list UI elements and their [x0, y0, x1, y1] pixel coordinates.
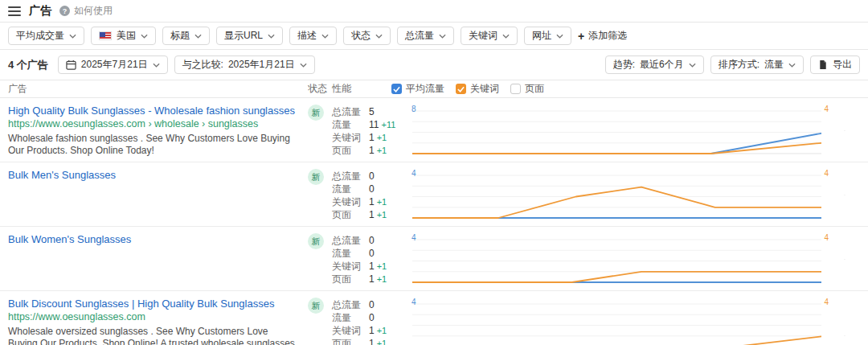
table-row: Bulk Women's Sunglasses 新 总流量0 流量0 关键词1+… — [0, 227, 868, 291]
export-file-icon — [818, 60, 828, 70]
series-legend: 平均流量 关键词 页面 — [391, 82, 544, 96]
ad-cell: Bulk Men's Sunglasses — [8, 169, 308, 221]
toolbar: 4 个广告 2025年7月21日 与之比较: 2025年1月21日 趋势: 最近… — [0, 50, 868, 80]
filter-status[interactable]: 状态 — [343, 27, 391, 45]
compare-date-picker[interactable]: 与之比较: 2025年1月21日 — [174, 55, 315, 74]
trend-chart: 4 4 — [412, 233, 821, 285]
help-icon: ? — [59, 6, 70, 16]
calendar-icon — [66, 60, 76, 70]
sort-select[interactable]: 排序方式: 流量 — [710, 55, 804, 74]
ad-description: Wholesale oversized sunglasses . See Why… — [8, 326, 297, 345]
ads-count: 4 个广告 — [8, 58, 48, 72]
how-to-use-link[interactable]: ? 如何使用 — [59, 4, 113, 18]
legend-pages-checkbox[interactable]: 页面 — [510, 82, 544, 96]
legend-avg-traffic-checkbox[interactable]: 平均流量 — [391, 82, 444, 96]
chevron-down-icon — [194, 34, 202, 39]
status-badge: 新 — [308, 298, 324, 314]
ad-cell: Bulk Discount Sunglasses | High Quality … — [8, 298, 308, 345]
chevron-down-icon — [321, 34, 329, 39]
filter-bar: 平均成交量 美国 标题 显示URL 描述 状态 总流量 关键词 网址 + 添加筛… — [0, 22, 868, 50]
chevron-down-icon — [375, 34, 383, 39]
metrics-cell: 总流量0 流量0 关键词1+1 页面1+1 — [332, 233, 412, 285]
ad-cell: Bulk Women's Sunglasses — [8, 233, 308, 285]
top-bar: 广告 ? 如何使用 — [0, 0, 868, 22]
chevron-down-icon[interactable] — [839, 256, 850, 263]
left-axis-max: 4 — [411, 233, 416, 242]
ad-title-link[interactable]: Bulk Men's Sunglasses — [8, 169, 297, 182]
chevron-down-icon[interactable] — [839, 127, 850, 134]
metrics-cell: 总流量0 流量0 关键词1+1 页面1+1 — [332, 298, 412, 345]
ad-title-link[interactable]: Bulk Discount Sunglasses | High Quality … — [8, 298, 297, 310]
status-cell: 新 — [308, 105, 332, 157]
date-picker[interactable]: 2025年7月21日 — [58, 55, 168, 74]
trend-chart: 8 4 — [412, 105, 821, 157]
status-badge: 新 — [308, 233, 324, 249]
legend-keywords-checkbox[interactable]: 关键词 — [456, 82, 499, 96]
chevron-down-icon — [689, 63, 696, 68]
ad-title-link[interactable]: Bulk Women's Sunglasses — [8, 233, 297, 246]
column-header-status: 状态 — [308, 82, 332, 96]
left-axis-max: 4 — [411, 169, 416, 178]
chevron-down-icon[interactable] — [839, 332, 850, 339]
status-cell: 新 — [308, 233, 332, 285]
right-axis-max: 4 — [824, 233, 829, 242]
table-row: High Quality Bulk Sunglasses - Wholesale… — [0, 98, 868, 162]
filter-keywords[interactable]: 关键词 — [461, 27, 518, 45]
filter-title[interactable]: 标题 — [162, 27, 210, 45]
filter-description[interactable]: 描述 — [289, 27, 337, 45]
right-axis-max: 4 — [824, 298, 829, 306]
filter-url[interactable]: 网址 — [524, 27, 571, 45]
status-badge: 新 — [308, 169, 324, 185]
column-header-ad: 广告 — [8, 82, 308, 96]
trend-range-select[interactable]: 趋势: 最近6个月 — [605, 55, 704, 74]
left-axis-max: 4 — [411, 298, 416, 306]
metrics-cell: 总流量0 流量0 关键词1+1 页面1+1 — [332, 169, 412, 221]
ad-description: Wholesale fashion sunglasses . See Why C… — [8, 133, 297, 157]
status-cell: 新 — [308, 298, 332, 345]
status-cell: 新 — [308, 169, 332, 221]
table-header: 广告 状态 性能 平均流量 关键词 页面 — [0, 80, 868, 98]
checkbox-icon — [391, 84, 402, 94]
chevron-down-icon — [300, 63, 307, 68]
add-filter-button[interactable]: + 添加筛选 — [578, 29, 627, 43]
filter-country[interactable]: 美国 — [91, 27, 156, 45]
filter-total-traffic[interactable]: 总流量 — [397, 27, 454, 45]
chevron-down-icon — [556, 34, 563, 39]
chevron-down-icon — [153, 63, 160, 68]
table-row: Bulk Discount Sunglasses | High Quality … — [0, 291, 868, 345]
plus-icon: + — [578, 31, 584, 41]
page-title: 广告 — [29, 4, 51, 18]
filter-avg-volume[interactable]: 平均成交量 — [8, 27, 84, 45]
export-button[interactable]: 导出 — [810, 55, 860, 74]
chevron-down-icon — [268, 34, 275, 39]
ad-display-url: https://www.oesunglasses.com — [8, 310, 297, 323]
menu-icon[interactable] — [8, 6, 21, 16]
status-badge: 新 — [308, 105, 324, 121]
ad-display-url: https://www.oesunglasses.com › wholesale… — [8, 117, 297, 130]
right-axis-max: 4 — [824, 105, 829, 113]
ad-cell: High Quality Bulk Sunglasses - Wholesale… — [8, 105, 308, 157]
chevron-down-icon — [69, 34, 76, 39]
trend-chart: 4 4 — [412, 298, 821, 345]
chevron-down-icon — [141, 34, 148, 39]
trend-chart: 4 4 — [412, 169, 821, 221]
chevron-down-icon[interactable] — [839, 191, 850, 199]
chevron-down-icon — [788, 63, 796, 68]
ad-title-link[interactable]: High Quality Bulk Sunglasses - Wholesale… — [8, 105, 297, 117]
ads-table: High Quality Bulk Sunglasses - Wholesale… — [0, 98, 868, 345]
help-label: 如何使用 — [74, 4, 113, 18]
us-flag-icon — [99, 31, 112, 40]
column-header-performance: 性能 — [332, 82, 371, 96]
right-axis-max: 4 — [824, 169, 829, 178]
left-axis-max: 8 — [411, 105, 416, 113]
chevron-down-icon — [502, 34, 510, 39]
checkbox-icon — [456, 84, 466, 94]
metrics-cell: 总流量5 流量11+11 关键词1+1 页面1+1 — [332, 105, 412, 157]
table-row: Bulk Men's Sunglasses 新 总流量0 流量0 关键词1+1 … — [0, 162, 868, 227]
checkbox-icon — [510, 84, 521, 94]
chevron-down-icon — [439, 34, 446, 39]
filter-display-url[interactable]: 显示URL — [216, 27, 283, 45]
